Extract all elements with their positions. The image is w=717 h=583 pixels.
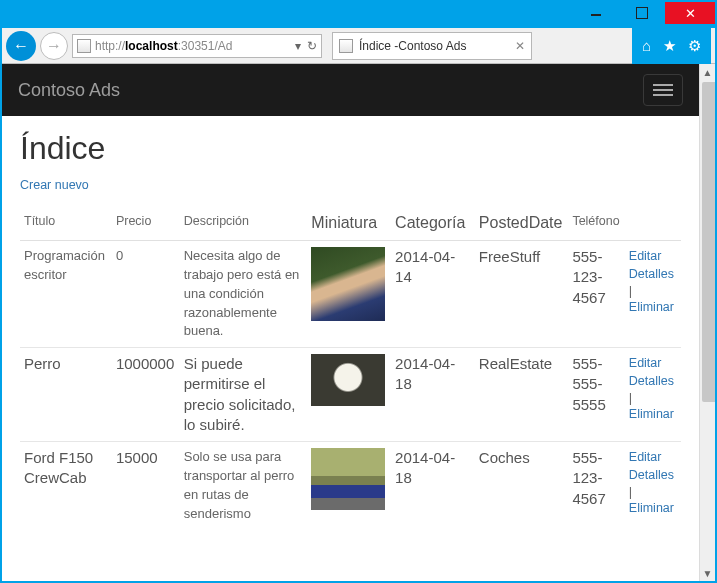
menu-toggle-button[interactable] [643,74,683,106]
cell-actions: EditarDetalles|Eliminar [625,348,681,442]
cell-date: 2014-04-18 [391,442,475,530]
th-phone: Teléfono [568,208,624,241]
back-button[interactable]: ← [6,31,36,61]
page-icon [77,39,91,53]
thumbnail-image[interactable] [311,448,385,510]
scroll-up-button[interactable]: ▲ [700,64,715,80]
browser-toolbar: ← → http://localhost:30351/Ad ▾ ↻ Índice… [2,28,715,64]
th-price: Precio [112,208,180,241]
ads-table: Título Precio Descripción Miniatura Cate… [20,208,681,530]
cell-phone: 555-123-4567 [568,241,624,348]
action-separator: | [629,390,632,405]
edit-link[interactable]: Editar [629,448,677,466]
table-header-row: Título Precio Descripción Miniatura Cate… [20,208,681,241]
cell-category: RealEstate [475,348,569,442]
table-row: Perro1000000Si puede permitirse el preci… [20,348,681,442]
cell-desc: Necesita algo de trabajo pero está en un… [180,241,308,348]
brand[interactable]: Contoso Ads [18,80,120,101]
cell-category: FreeStuff [475,241,569,348]
content: Índice Crear nuevo Título Precio Descrip… [2,116,699,544]
th-posted: PostedDate [475,208,569,241]
window-minimize-button[interactable] [573,2,619,24]
page: Contoso Ads Índice Crear nuevo Título Pr… [2,64,699,581]
cell-date: 2014-04-18 [391,348,475,442]
cell-price: 0 [112,241,180,348]
scroll-thumb[interactable] [702,82,715,402]
vertical-scrollbar[interactable]: ▲ ▼ [699,64,715,581]
page-icon [339,39,353,53]
cell-price: 15000 [112,442,180,530]
scroll-down-button[interactable]: ▼ [700,565,715,581]
action-separator: | [629,283,632,298]
table-row: Ford F150 CrewCab15000Solo se usa para t… [20,442,681,530]
th-thumb: Miniatura [307,208,391,241]
browser-window: ← → http://localhost:30351/Ad ▾ ↻ Índice… [0,0,717,583]
home-icon[interactable]: ⌂ [642,37,651,54]
delete-link[interactable]: Eliminar [629,499,677,517]
th-actions [625,208,681,241]
cell-phone: 555-123-4567 [568,442,624,530]
cell-thumb [307,241,391,348]
details-link[interactable]: Detalles [629,466,677,484]
viewport: Contoso Ads Índice Crear nuevo Título Pr… [2,64,715,581]
thumbnail-image[interactable] [311,247,385,321]
app-navbar: Contoso Ads [2,64,699,116]
details-link[interactable]: Detalles [629,372,677,390]
browser-tools: ⌂ ★ ⚙ [632,28,711,64]
cell-desc: Solo se usa para transportar al perro en… [180,442,308,530]
tab-close-icon[interactable]: ✕ [515,39,525,53]
tab-title: Índice -Contoso Ads [359,39,466,53]
cell-actions: EditarDetalles|Eliminar [625,442,681,530]
cell-date: 2014-04-14 [391,241,475,348]
action-separator: | [629,484,632,499]
delete-link[interactable]: Eliminar [629,405,677,423]
th-title: Título [20,208,112,241]
cell-actions: EditarDetalles|Eliminar [625,241,681,348]
url-suffix: :30351/Ad [178,39,233,53]
cell-phone: 555-555-5555 [568,348,624,442]
address-tools: ▾ ↻ [295,39,317,53]
cell-desc: Si puede permitirse el precio solicitado… [180,348,308,442]
cell-thumb [307,442,391,530]
url-host: localhost [125,39,178,53]
window-titlebar [2,2,715,28]
window-maximize-button[interactable] [619,2,665,24]
edit-link[interactable]: Editar [629,247,677,265]
delete-link[interactable]: Eliminar [629,298,677,316]
settings-gear-icon[interactable]: ⚙ [688,37,701,55]
thumbnail-image[interactable] [311,354,385,406]
url-text: http://localhost:30351/Ad [95,39,232,53]
th-desc: Descripción [180,208,308,241]
th-category: Categoría [391,208,475,241]
favorites-icon[interactable]: ★ [663,37,676,55]
cell-price: 1000000 [112,348,180,442]
cell-thumb [307,348,391,442]
window-close-button[interactable] [665,2,715,24]
address-bar[interactable]: http://localhost:30351/Ad ▾ ↻ [72,34,322,58]
browser-tab[interactable]: Índice -Contoso Ads ✕ [332,32,532,60]
cell-title: Perro [20,348,112,442]
refresh-icon[interactable]: ↻ [307,39,317,53]
cell-category: Coches [475,442,569,530]
details-link[interactable]: Detalles [629,265,677,283]
table-body: Programación escritor0Necesita algo de t… [20,241,681,530]
cell-title: Programación escritor [20,241,112,348]
page-title: Índice [20,130,681,167]
table-row: Programación escritor0Necesita algo de t… [20,241,681,348]
url-prefix: http:// [95,39,125,53]
edit-link[interactable]: Editar [629,354,677,372]
create-new-link[interactable]: Crear nuevo [20,178,89,192]
cell-title: Ford F150 CrewCab [20,442,112,530]
dropdown-icon[interactable]: ▾ [295,39,301,53]
forward-button[interactable]: → [40,32,68,60]
